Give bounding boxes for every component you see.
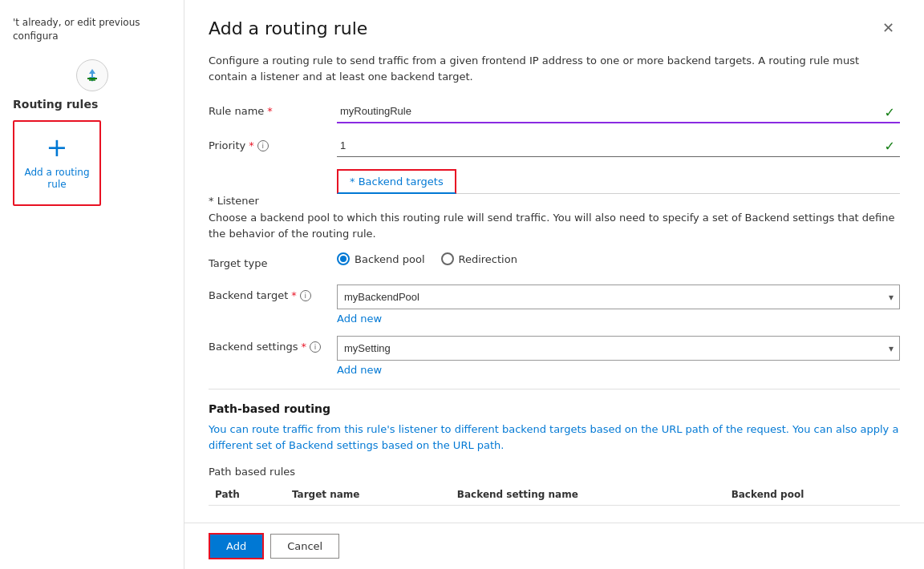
backend-target-label: Backend target * i [209, 284, 337, 301]
plus-icon: + [47, 135, 68, 160]
path-routing-section: Path-based routing You can route traffic… [209, 402, 900, 506]
priority-row: Priority * i ✓ [209, 135, 900, 157]
required-star-priority: * [249, 139, 254, 151]
routing-svg-icon [83, 66, 102, 85]
tab-backend-targets[interactable]: * Backend targets [337, 169, 456, 194]
rule-name-row: Rule name * ✓ [209, 100, 900, 123]
path-routing-header: Path-based routing [209, 402, 900, 415]
sidebar: 't already, or edit previous configura R… [0, 0, 184, 569]
routing-icon-container [13, 59, 171, 91]
rule-name-valid-icon: ✓ [885, 104, 895, 119]
radio-backend-pool-label: Backend pool [355, 253, 425, 265]
dialog-body: Configure a routing rule to send traffic… [184, 53, 924, 523]
rule-name-input-wrapper: ✓ [337, 100, 900, 123]
tabs: * Backend targets [337, 168, 900, 194]
dialog-description: Configure a routing rule to send traffic… [209, 53, 900, 84]
divider [209, 389, 900, 389]
add-routing-rule-label: Add a routing rule [22, 167, 91, 192]
add-routing-rule-dialog: Add a routing rule ✕ Configure a routing… [184, 0, 924, 569]
add-new-settings-link[interactable]: Add new [337, 364, 900, 376]
backend-settings-control: mySetting ▾ Add new [337, 336, 900, 376]
backend-settings-select[interactable]: mySetting [337, 336, 900, 361]
backend-target-select[interactable]: myBackendPool [337, 284, 900, 309]
priority-valid-icon: ✓ [885, 139, 895, 154]
listener-prefix-label: * Listener [209, 190, 337, 207]
rule-name-input-wrap: ✓ [337, 100, 900, 123]
rule-name-input[interactable] [337, 100, 900, 123]
th-backend-pool: Backend pool [725, 484, 900, 506]
routing-rules-title: Routing rules [13, 98, 171, 111]
target-type-row: Target type Backend pool Redirection [209, 252, 900, 273]
backend-settings-info-icon[interactable]: i [310, 341, 321, 353]
priority-info-icon[interactable]: i [257, 140, 269, 151]
dialog-footer: Add Cancel [184, 523, 924, 569]
required-star-backend: * [291, 289, 297, 301]
backend-settings-row: Backend settings * i mySetting ▾ Add new [209, 336, 900, 376]
th-path: Path [209, 484, 286, 506]
path-table: Path Target name Backend setting name Ba… [209, 484, 900, 506]
radio-group: Backend pool Redirection [337, 252, 900, 265]
backend-target-row: Backend target * i myBackendPool ▾ Add n… [209, 284, 900, 325]
target-type-control: Backend pool Redirection [337, 252, 900, 273]
backend-target-select-wrapper: myBackendPool ▾ [337, 284, 900, 309]
rule-name-label: Rule name * [209, 100, 337, 117]
radio-circle-backend [337, 252, 350, 265]
backend-target-section: Choose a backend pool to which this rout… [209, 210, 900, 506]
th-target-name: Target name [286, 484, 451, 506]
dialog-title: Add a routing rule [209, 18, 367, 38]
th-backend-setting-name: Backend setting name [451, 484, 725, 506]
radio-redirection-label: Redirection [459, 253, 517, 265]
priority-input[interactable] [337, 135, 900, 157]
backend-settings-select-wrapper: mySetting ▾ [337, 336, 900, 361]
backend-target-control: myBackendPool ▾ Add new [337, 284, 900, 325]
priority-label: Priority * i [209, 135, 337, 151]
radio-circle-redirection [441, 252, 454, 265]
cancel-button[interactable]: Cancel [270, 534, 339, 559]
required-star-settings: * [302, 341, 307, 353]
dialog-close-button[interactable]: ✕ [876, 16, 900, 40]
path-routing-description: You can route traffic from this rule's l… [209, 422, 900, 453]
backend-target-info-icon[interactable]: i [300, 290, 311, 301]
main-panel: Add a routing rule ✕ Configure a routing… [184, 0, 924, 569]
target-type-label: Target type [209, 252, 337, 269]
routing-rules-section: Routing rules + Add a routing rule [0, 59, 184, 206]
radio-redirection[interactable]: Redirection [441, 252, 517, 265]
routing-icon [76, 59, 108, 91]
add-new-backend-link[interactable]: Add new [337, 313, 900, 325]
add-routing-rule-card[interactable]: + Add a routing rule [13, 120, 101, 206]
priority-input-wrap: ✓ [337, 135, 900, 157]
choose-pool-description: Choose a backend pool to which this rout… [209, 210, 900, 241]
dialog-header: Add a routing rule ✕ [184, 0, 924, 53]
path-table-header-row: Path Target name Backend setting name Ba… [209, 484, 900, 506]
priority-input-wrapper: ✓ [337, 135, 900, 157]
backend-settings-label: Backend settings * i [209, 336, 337, 353]
sidebar-note: 't already, or edit previous configura [0, 16, 184, 59]
radio-backend-pool[interactable]: Backend pool [337, 252, 425, 265]
tabs-row: * Listener * Backend targets [209, 168, 900, 207]
add-button[interactable]: Add [209, 533, 264, 559]
tabs-wrap: * Backend targets [337, 168, 900, 207]
required-star-name: * [267, 105, 273, 117]
path-rules-label: Path based rules [209, 466, 900, 478]
